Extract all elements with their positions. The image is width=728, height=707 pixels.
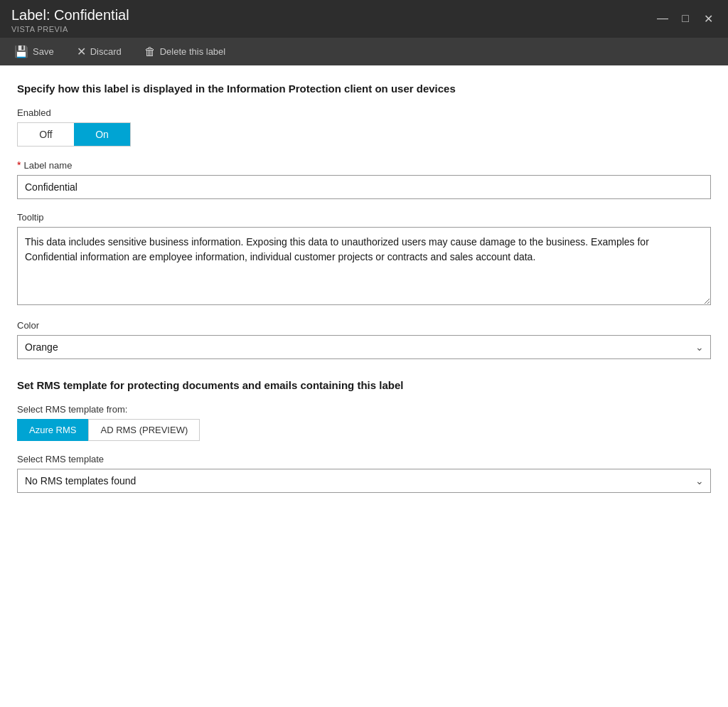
toolbar: 💾 Save ✕ Discard 🗑 Delete this label [0, 38, 728, 65]
rms-template-select-wrapper: No RMS templates found ⌄ [17, 469, 711, 493]
tooltip-field-group: Tooltip This data includes sensitive bus… [17, 212, 711, 307]
section-heading: Specify how this label is displayed in t… [17, 83, 711, 95]
window-title: Label: Confidential [11, 7, 129, 23]
title-bar: Label: Confidential VISTA PREVIA — □ ✕ [0, 0, 728, 38]
title-bar-controls: — □ ✕ [654, 10, 717, 27]
rms-tab-azure[interactable]: Azure RMS [17, 419, 88, 441]
discard-button[interactable]: ✕ Discard [74, 43, 124, 60]
rms-from-label: Select RMS template from: [17, 404, 711, 415]
label-name-field-group: * Label name [17, 159, 711, 199]
discard-icon: ✕ [77, 45, 86, 58]
window-subtitle: VISTA PREVIA [11, 25, 129, 33]
close-button[interactable]: ✕ [700, 10, 717, 27]
color-select-wrapper: Orange None Black Blue Brown DarkBlue Da… [17, 335, 711, 359]
rms-section-heading: Set RMS template for protecting document… [17, 379, 711, 391]
delete-icon: 🗑 [144, 46, 156, 58]
delete-button[interactable]: 🗑 Delete this label [141, 44, 229, 60]
maximize-button[interactable]: □ [677, 10, 694, 27]
tooltip-input[interactable]: This data includes sensitive business in… [17, 227, 711, 305]
color-label: Color [17, 320, 711, 331]
rms-template-select[interactable]: No RMS templates found [17, 469, 711, 493]
rms-section-divider: Set RMS template for protecting document… [17, 379, 711, 493]
rms-template-label: Select RMS template [17, 454, 711, 464]
color-field-group: Color Orange None Black Blue Brown DarkB… [17, 320, 711, 359]
toggle-on[interactable]: On [74, 123, 130, 146]
save-label: Save [33, 46, 54, 57]
title-bar-left: Label: Confidential VISTA PREVIA [11, 7, 129, 33]
tooltip-label: Tooltip [17, 212, 711, 223]
label-name-input[interactable] [17, 175, 711, 199]
rms-tab-ad[interactable]: AD RMS (PREVIEW) [88, 419, 200, 441]
rms-from-field-group: Select RMS template from: Azure RMS AD R… [17, 404, 711, 441]
label-name-label: * Label name [17, 159, 711, 171]
window: Label: Confidential VISTA PREVIA — □ ✕ 💾… [0, 0, 728, 707]
save-icon: 💾 [14, 45, 28, 58]
rms-template-field-group: Select RMS template No RMS templates fou… [17, 454, 711, 493]
save-button[interactable]: 💾 Save [11, 43, 57, 60]
enabled-field-group: Enabled Off On [17, 107, 711, 147]
minimize-button[interactable]: — [654, 10, 671, 27]
rms-tabs: Azure RMS AD RMS (PREVIEW) [17, 419, 711, 441]
toggle-off[interactable]: Off [18, 123, 74, 146]
required-indicator: * [17, 159, 21, 171]
enabled-label: Enabled [17, 107, 711, 118]
content-area: Specify how this label is displayed in t… [0, 65, 728, 707]
enabled-toggle[interactable]: Off On [17, 122, 131, 147]
delete-label: Delete this label [160, 46, 226, 57]
color-select[interactable]: Orange None Black Blue Brown DarkBlue Da… [17, 335, 711, 359]
discard-label: Discard [90, 46, 122, 57]
